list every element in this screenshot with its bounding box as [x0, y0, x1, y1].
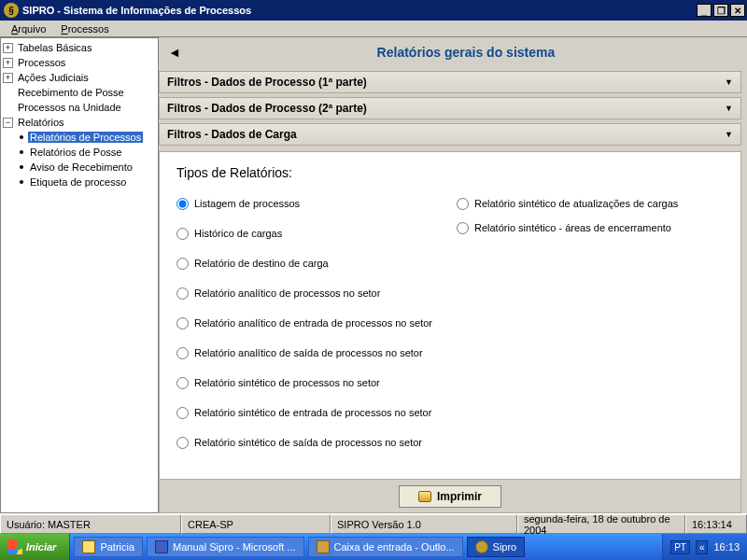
- filter-processo-2[interactable]: Filtros - Dados de Processo (2ª parte) ▼: [159, 97, 741, 119]
- start-button[interactable]: Iniciar: [0, 534, 70, 560]
- opt-sintetico-saida[interactable]: Relatório sintético de saída de processo…: [176, 430, 457, 455]
- lang-indicator[interactable]: PT: [670, 540, 690, 554]
- task-word[interactable]: Manual Sipro - Microsoft ...: [147, 537, 303, 557]
- tree-node-recebimento[interactable]: Recebimento de Posse: [3, 85, 156, 100]
- opt-analitico-proc[interactable]: Relatório analítico de processos no seto…: [176, 281, 457, 305]
- filter-label: Filtros - Dados de Carga: [167, 128, 297, 141]
- app-icon: §: [4, 3, 19, 18]
- close-button[interactable]: ✕: [730, 4, 745, 17]
- page-title: Relatórios gerais do sistema: [190, 45, 741, 60]
- radio-input[interactable]: [176, 407, 189, 419]
- chevron-down-icon: ▼: [725, 130, 733, 139]
- radio-input[interactable]: [176, 317, 189, 329]
- opt-sintetico-atualizacoes[interactable]: Relatório sintético de atualizações de c…: [457, 191, 724, 216]
- menu-bar: Arquivo Processos: [0, 21, 747, 37]
- minimize-button[interactable]: _: [697, 4, 712, 17]
- status-bar: Usuário: MASTER CREA-SP SIPRO Versão 1.0…: [0, 513, 747, 534]
- status-user: Usuário: MASTER: [0, 514, 181, 534]
- tray-chevron[interactable]: «: [696, 540, 709, 554]
- menu-processos[interactable]: Processos: [53, 22, 116, 35]
- opt-analitico-saida[interactable]: Relatório analítico de saída de processo…: [176, 341, 457, 365]
- taskbar: Iniciar Patricia Manual Sipro - Microsof…: [0, 534, 747, 560]
- radio-input[interactable]: [176, 437, 189, 449]
- window-controls: _ ❐ ✕: [695, 4, 745, 17]
- nav-tree[interactable]: +Tabelas Básicas +Processos +Ações Judic…: [0, 37, 159, 513]
- tree-child-aviso[interactable]: Aviso de Recebimento: [3, 160, 156, 175]
- content-pane: ◄ Relatórios gerais do sistema Filtros -…: [159, 37, 747, 513]
- radio-input[interactable]: [457, 198, 469, 210]
- tree-node-tabelas[interactable]: +Tabelas Básicas: [3, 40, 156, 55]
- tree-child-rel-posse[interactable]: Relatórios de Posse: [3, 145, 156, 160]
- printer-icon: [418, 491, 431, 502]
- maximize-button[interactable]: ❐: [713, 4, 728, 17]
- windows-logo-icon: [7, 539, 22, 554]
- opt-historico[interactable]: Histórico de cargas: [176, 221, 457, 245]
- status-version: SIPRO Versão 1.0: [331, 514, 517, 534]
- status-org: CREA-SP: [181, 514, 331, 534]
- radio-input[interactable]: [176, 258, 189, 270]
- tree-node-processos[interactable]: +Processos: [3, 55, 156, 70]
- report-panel: Tipos de Relatórios: Listagem de process…: [159, 151, 741, 480]
- radio-input[interactable]: [176, 377, 189, 389]
- task-sipro[interactable]: Sipro: [467, 537, 526, 557]
- radio-input[interactable]: [176, 228, 189, 240]
- window-title: SIPRO - Sistema de Informações de Proces…: [22, 5, 695, 16]
- opt-sintetico-encerramento[interactable]: Relatório sintético - áreas de encerrame…: [457, 216, 724, 240]
- back-button[interactable]: ◄: [159, 45, 190, 60]
- tree-child-rel-processos[interactable]: Relatórios de Processos: [3, 130, 156, 145]
- menu-arquivo[interactable]: Arquivo: [4, 22, 53, 35]
- main-area: +Tabelas Básicas +Processos +Ações Judic…: [0, 37, 747, 513]
- opt-sintetico-entrada[interactable]: Relatório sintético de entrada de proces…: [176, 400, 457, 425]
- radio-input[interactable]: [176, 287, 189, 300]
- tray-clock: 16:13: [713, 541, 740, 553]
- radio-input[interactable]: [176, 198, 189, 210]
- print-label: Imprimir: [437, 490, 482, 503]
- radio-input[interactable]: [176, 347, 189, 359]
- task-outlook[interactable]: Caixa de entrada - Outlo...: [308, 537, 463, 557]
- title-bar: § SIPRO - Sistema de Informações de Proc…: [0, 0, 747, 21]
- content-header: ◄ Relatórios gerais do sistema: [159, 37, 741, 67]
- tree-node-proc-unidade[interactable]: Processos na Unidade: [3, 100, 156, 115]
- print-bar: Imprimir: [159, 480, 741, 513]
- word-icon: [155, 540, 168, 553]
- system-tray: PT « 16:13: [662, 534, 747, 560]
- filter-carga[interactable]: Filtros - Dados de Carga ▼: [159, 123, 741, 146]
- status-time: 16:13:14: [685, 514, 747, 534]
- tree-node-relatorios[interactable]: −Relatórios: [3, 115, 156, 130]
- folder-icon: [82, 540, 95, 553]
- reports-heading: Tipos de Relatórios:: [176, 165, 724, 180]
- task-patricia[interactable]: Patricia: [74, 537, 143, 557]
- filter-label: Filtros - Dados de Processo (2ª parte): [167, 102, 367, 115]
- print-button[interactable]: Imprimir: [399, 485, 501, 508]
- report-options: Listagem de processos Histórico de carga…: [176, 191, 724, 455]
- chevron-down-icon: ▼: [725, 77, 733, 87]
- opt-listagem[interactable]: Listagem de processos: [176, 191, 457, 216]
- app-icon: [475, 540, 488, 553]
- opt-destino[interactable]: Relatório de destino de carga: [176, 251, 457, 275]
- status-date: segunda-feira, 18 de outubro de 2004: [517, 514, 685, 534]
- filter-processo-1[interactable]: Filtros - Dados de Processo (1ª parte) ▼: [159, 71, 741, 93]
- tree-child-etiqueta[interactable]: Etiqueta de processo: [3, 175, 156, 189]
- opt-analitico-entrada[interactable]: Relatório analítico de entrada de proces…: [176, 311, 457, 335]
- radio-input[interactable]: [457, 222, 469, 234]
- chevron-down-icon: ▼: [725, 104, 733, 113]
- filter-label: Filtros - Dados de Processo (1ª parte): [167, 76, 367, 89]
- outlook-icon: [317, 540, 330, 553]
- tree-node-acoes[interactable]: +Ações Judiciais: [3, 70, 156, 85]
- opt-sintetico-proc[interactable]: Relatório sintético de processos no seto…: [176, 371, 457, 395]
